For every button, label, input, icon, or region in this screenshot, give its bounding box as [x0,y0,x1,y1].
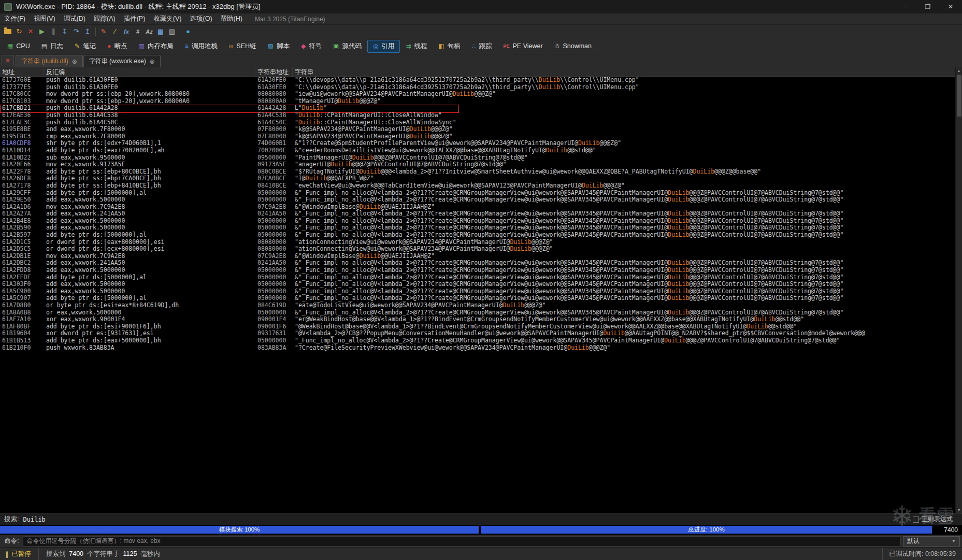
table-row[interactable]: 61B19604xor dword ptr es:[9317631],esi09… [0,330,962,337]
table-row[interactable]: 61A10D22sub eax,wxwork.950000009500000"P… [0,154,962,162]
command-profile-dropdown[interactable]: 默认 ▼ [903,536,960,547]
table-row[interactable]: 617EAE36push duilib.61A4C53861A4C538"Dui… [0,112,962,119]
run-icon[interactable]: ▶ [36,26,48,37]
table-row[interactable]: 6195E8BEand eax,wxwork.7F8000007F80000"k… [0,126,962,133]
stop-icon[interactable]: ✕ [25,26,36,37]
table-row[interactable]: 61A2B4E8add eax,wxwork.500000005000000&"… [0,218,962,225]
tab-trace[interactable]: ∴跟踪 [466,40,498,53]
table-row[interactable]: 61AF7A10xor eax,wxwork.90001F4090001F4"e… [0,316,962,323]
menu-item-0[interactable]: 文件(F) [0,15,30,23]
table-row[interactable]: 617377E5push duilib.61A30FE061A30FE0"C:\… [0,84,962,91]
hash-icon[interactable]: # [132,26,143,37]
table-row[interactable]: 61B210F0push wxwork.83AB83A083AB83A"?Cre… [0,344,962,352]
tab-notes[interactable]: ✎笔记 [69,40,102,53]
table-row[interactable]: 61A2B597add byte ptr ds:[5000000],al0500… [0,232,962,239]
table-row[interactable]: 61B1B513add byte ptr ds:[eax+5000000],bh… [0,337,962,344]
table-row[interactable]: 61A0CDF8shr byte ptr ds:[edx+74D060B1],1… [0,140,962,147]
tab-snowman[interactable]: ☃Snowman [549,40,597,53]
pause-icon[interactable]: ∥ [48,26,59,37]
tab-references[interactable]: ◎引用 [367,40,400,53]
open-file-icon[interactable] [2,26,13,37]
table-row[interactable]: 61A2D5C5or dword ptr ds:[ecx+8080000],es… [0,246,962,253]
column-header-string[interactable]: 字符串 [293,67,962,76]
table-row[interactable]: 61A7D8B0or byte ptr ds:[esi+eax*8+84C619… [0,302,962,309]
table-row[interactable]: 61A27178add byte ptr ss:[ebp+8410BCE],bh… [0,182,962,190]
menu-item-5[interactable]: 收藏夹(V) [149,15,185,23]
table-row[interactable]: 6173760Epush duilib.61A30FE061A30FE0"C:\… [0,77,962,84]
table-row[interactable]: 617EAE3Cpush duilib.61A4C50C61A4C50C"Dui… [0,119,962,126]
scrollbar-thumb[interactable] [957,75,961,117]
table-row[interactable]: 61A22F78add byte ptr ss:[ebp+80C0BCE],bh… [0,168,962,176]
close-all-tabs-button[interactable]: ✕ [2,55,14,66]
edit-icon[interactable]: ✎ [98,26,109,37]
menu-item-4[interactable]: 插件(P) [120,15,150,23]
table-row[interactable]: 61A2DBC2add eax,wxwork.241AA500241AA50&"… [0,260,962,267]
cell-string-address: 07F80000 [255,126,293,133]
restart-icon[interactable]: ↻ [13,26,25,37]
tab-threads[interactable]: ⇉线程 [400,40,433,53]
tab-seh-chain[interactable]: ∞SEH链 [223,40,262,53]
doc-tab-0[interactable]: 字符串 (duilib.dll)⊗ [16,55,83,67]
table-row[interactable]: 61A29CFFadd byte ptr ds:[5000000],al0500… [0,190,962,197]
table-row[interactable]: 61A8A0B8or eax,wxwork.500000005000000&"_… [0,309,962,317]
table-row[interactable]: 61A2DB1Emov eax,wxwork.7C9A2E807C9A2E8&"… [0,253,962,260]
step-into-icon[interactable]: ↧ [59,26,70,37]
table-row[interactable]: 61A2A1D6mov eax,wxwork.7C9A2E807C9A2E8&"… [0,204,962,211]
column-header-disassembly[interactable]: 反汇编 [44,67,255,76]
doc-tab-1[interactable]: 字符串 (wxwork.exe)⊗ [83,55,161,67]
table-row[interactable]: 61A303F0add eax,wxwork.500000005000000&"… [0,281,962,288]
tab-close-icon[interactable]: ⊗ [72,58,77,65]
maximize-button[interactable]: ❐ [916,0,939,13]
table-row[interactable]: 617CBD21push duilib.61A42A2861A42A28L"Du… [0,105,962,112]
table-row[interactable]: 6195E8C3cmp eax,wxwork.7F8000007F80000"k… [0,133,962,140]
table-row[interactable]: 61AF80BFadd byte ptr ds:[esi+90001F6],bh… [0,323,962,331]
scroll-up-icon[interactable]: ▲ [956,67,962,74]
table-row[interactable]: 61A26DE8add byte ptr ss:[ebp+7CA0BCE],bh… [0,175,962,182]
menu-item-2[interactable]: 调试(D) [60,15,90,23]
table-row[interactable]: 61A2D1C5or dword ptr ds:[eax+8080000],es… [0,239,962,246]
table-row[interactable]: 61A5C900add eax,wxwork.500000005000000&"… [0,288,962,295]
table-row[interactable]: 61A29E50add eax,wxwork.500000005000000&"… [0,196,962,204]
column-header-address[interactable]: 地址 [0,67,44,76]
memory-icon[interactable]: ▦ [155,26,166,37]
command-input[interactable]: 命令使用逗号分隔（仿汇编语言）: mov eax, ebx [23,536,901,547]
column-header-string-address[interactable]: 字符串地址 [255,67,293,76]
tab-source[interactable]: ▣源代码 [327,40,367,53]
step-over-icon[interactable]: ↷ [70,26,82,37]
regex-checkbox[interactable] [913,516,919,523]
tab-pe-viewer[interactable]: PEPE Viewer [497,40,548,53]
step-out-icon[interactable]: ↥ [82,26,93,37]
strings-az-icon[interactable]: Az [143,26,155,37]
tab-symbols[interactable]: ◆符号 [295,40,327,53]
tab-script[interactable]: ▧脚本 [262,40,295,53]
tab-close-icon[interactable]: ⊗ [150,58,155,65]
menu-item-6[interactable]: 选项(O) [186,15,217,23]
table-row[interactable]: 61A20F66mov ecx,wxwork.9173A5E09173A5E"a… [0,161,962,168]
table-row[interactable]: 61A5C907add byte ptr ds:[5000000],al0500… [0,295,962,302]
table-row[interactable]: 617C8103mov dword ptr ss:[ebp-20],wxwork… [0,98,962,105]
tab-call-stack[interactable]: ≡调用堆栈 [179,40,223,53]
patch-icon[interactable]: ∕ [109,26,121,37]
menu-item-1[interactable]: 视图(V) [30,15,60,23]
table-row[interactable]: 617C80CCmov dword ptr ss:[ebp-20],wxwork… [0,91,962,98]
vertical-scrollbar[interactable]: ▲ ▼ [955,67,962,513]
scroll-down-icon[interactable]: ▼ [956,507,962,513]
table-row[interactable]: 61A2A27Aadd eax,wxwork.241AA500241AA50&"… [0,210,962,218]
tab-handles[interactable]: ◧句柄 [433,40,466,53]
tab-memory-map[interactable]: ▥内存布局 [133,40,179,53]
function-icon[interactable]: fx [121,26,132,37]
minimize-button[interactable]: — [894,0,916,13]
menu-item-7[interactable]: 帮助(H) [217,15,247,23]
globe-icon[interactable]: ● [182,26,194,37]
layout-icon[interactable]: ▥ [166,26,178,37]
table-row[interactable]: 61A2B590add eax,wxwork.500000005000000&"… [0,224,962,232]
table-row[interactable]: 61A2FFDFadd byte ptr ds:[5000000],al0500… [0,274,962,281]
tab-log[interactable]: ▤日志 [36,40,69,53]
tab-cpu[interactable]: ▦CPU [2,40,36,53]
tab-breakpoints[interactable]: ●断点 [102,40,133,53]
close-button[interactable]: ✕ [939,0,962,13]
table-row[interactable]: 61A2FDD8add eax,wxwork.500000005000000&"… [0,267,962,274]
menu-item-3[interactable]: 跟踪(A) [90,15,120,23]
search-input[interactable]: Duilib [23,516,45,523]
table-row[interactable]: 61A10D14add byte ptr ds:[eax+7002000E],a… [0,147,962,154]
